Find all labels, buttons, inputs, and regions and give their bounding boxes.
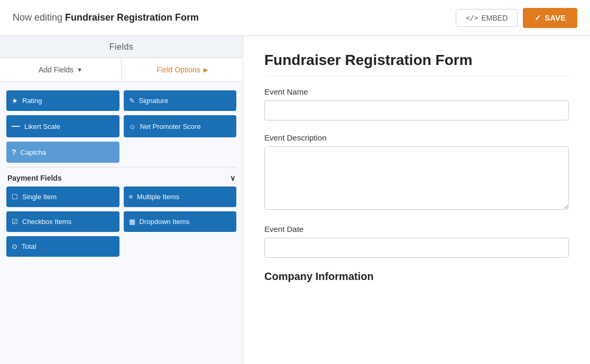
checkbox-icon: ☑ (12, 218, 18, 226)
add-fields-tab[interactable]: Add Fields ▼ (0, 58, 122, 81)
company-information-heading: Company Information (264, 270, 569, 283)
event-name-input[interactable] (264, 100, 569, 120)
total-icon: ⊙ (12, 242, 17, 250)
multiple-items-button[interactable]: ≡ Multiple Items (124, 186, 237, 207)
event-name-label: Event Name (264, 87, 569, 96)
pen-icon: ✎ (129, 97, 135, 105)
top-bar-actions: </> EMBED ✓ SAVE (456, 8, 577, 28)
payment-grid-row2: ☑ Checkbox Items ▦ Dropdown Items (6, 211, 236, 232)
rating-button[interactable]: ★ Rating (6, 90, 119, 111)
signature-button[interactable]: ✎ Signature (124, 90, 237, 111)
event-description-group: Event Description (264, 133, 569, 212)
field-grid-row1: ★ Rating ✎ Signature (6, 90, 236, 111)
dash-icon: — (12, 122, 20, 131)
tabs-row: Add Fields ▼ Field Options ▶ (0, 58, 243, 82)
event-date-group: Event Date (264, 225, 569, 258)
save-label: SAVE (545, 13, 566, 22)
fields-scroll-area[interactable]: ★ Rating ✎ Signature — Likert Scale ☺ Ne… (0, 82, 243, 364)
field-options-tab[interactable]: Field Options ▶ (122, 58, 243, 81)
payment-fields-label: Payment Fields (7, 174, 62, 182)
field-options-tab-label: Field Options (156, 66, 200, 74)
top-bar: Now editing Fundraiser Registration Form… (0, 0, 590, 36)
list-icon: ≡ (129, 193, 133, 201)
embed-icon: </> (466, 14, 478, 22)
dropdown-icon: ▦ (129, 218, 135, 226)
fields-tab-bar: Fields (0, 36, 243, 58)
field-grid-row3: ? Captcha (6, 142, 236, 163)
captcha-button[interactable]: ? Captcha (6, 142, 119, 163)
form-name: Fundraiser Registration Form (65, 12, 199, 23)
embed-button[interactable]: </> EMBED (456, 9, 518, 27)
add-fields-tab-label: Add Fields (39, 66, 73, 74)
total-button[interactable]: ⊙ Total (6, 236, 119, 257)
question-icon: ? (12, 148, 16, 156)
event-name-group: Event Name (264, 87, 569, 120)
editing-prefix: Now editing (13, 12, 62, 23)
embed-label: EMBED (481, 14, 508, 22)
dropdown-items-button[interactable]: ▦ Dropdown Items (124, 211, 237, 232)
event-description-label: Event Description (264, 133, 569, 142)
nps-icon: ☺ (129, 123, 136, 130)
payment-grid-row1: ☐ Single Item ≡ Multiple Items (6, 186, 236, 207)
chevron-right-icon: ▶ (204, 67, 208, 73)
payment-fields-section: Payment Fields ∨ (6, 167, 236, 186)
main-layout: Fields Add Fields ▼ Field Options ▶ ★ Ra… (0, 36, 590, 364)
right-panel: Fundraiser Registration Form Event Name … (243, 36, 590, 364)
single-item-button[interactable]: ☐ Single Item (6, 186, 119, 207)
star-icon: ★ (12, 97, 18, 105)
checkmark-icon: ✓ (534, 13, 541, 23)
payment-grid-row3: ⊙ Total (6, 236, 236, 257)
form-preview-title: Fundraiser Registration Form (264, 52, 569, 77)
event-description-input[interactable] (264, 146, 569, 210)
event-date-label: Event Date (264, 225, 569, 234)
save-button[interactable]: ✓ SAVE (523, 8, 577, 28)
event-date-input[interactable] (264, 238, 569, 258)
left-panel: Fields Add Fields ▼ Field Options ▶ ★ Ra… (0, 36, 243, 364)
checkbox-items-button[interactable]: ☑ Checkbox Items (6, 211, 119, 232)
likert-scale-button[interactable]: — Likert Scale (6, 115, 119, 137)
chevron-down-icon: ▼ (77, 67, 82, 73)
file-icon: ☐ (12, 193, 18, 201)
chevron-down-icon: ∨ (230, 174, 235, 182)
editing-title: Now editing Fundraiser Registration Form (13, 12, 199, 23)
fields-tab-label: Fields (109, 42, 134, 52)
net-promoter-score-button[interactable]: ☺ Net Promoter Score (124, 115, 237, 137)
field-grid-row2: — Likert Scale ☺ Net Promoter Score (6, 115, 236, 137)
